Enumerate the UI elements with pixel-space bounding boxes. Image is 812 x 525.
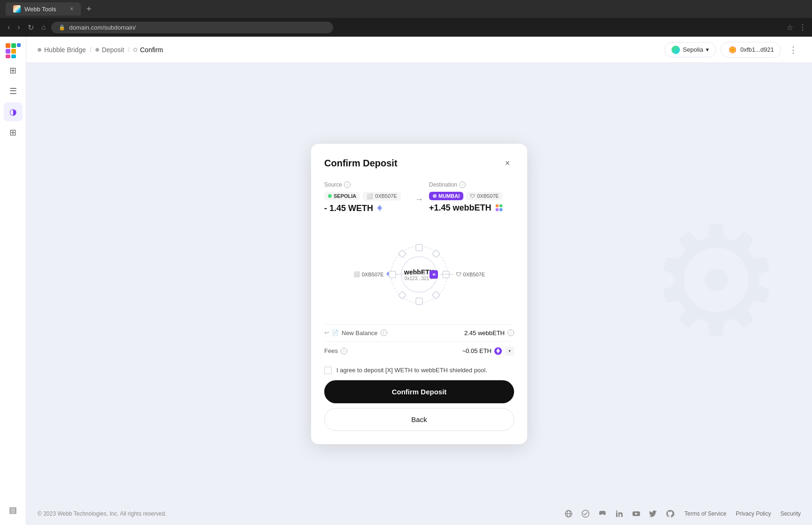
wallet-address: 0xfb1...d921 [740,46,774,53]
new-balance-row: ↩ 📄 New Balance i 2.45 webbETH i [324,324,514,341]
svg-rect-21 [416,244,422,251]
wallet-button[interactable]: 0xfb1...d921 [721,42,781,58]
svg-rect-0 [6,43,10,48]
source-chain-label: SEPOLIA [334,193,356,199]
discord-icon[interactable] [597,509,608,519]
more-options-button[interactable]: ⋮ [786,42,801,57]
network-selector-button[interactable]: Sepolia ▾ [664,42,716,57]
sidebar-item-bridge[interactable]: ◑ [4,102,23,121]
webb-logo [5,42,22,59]
metamask-icon [728,45,737,55]
linkedin-icon[interactable] [614,509,625,519]
svg-rect-15 [496,208,499,211]
svg-rect-13 [496,204,499,207]
sidebar-item-mix[interactable]: ⊞ [4,123,23,142]
svg-rect-5 [6,55,10,58]
new-balance-label-container: ↩ 📄 New Balance i [324,329,387,337]
app-container: ⚙ ⊞ ☰ ◑ ⊞ ▤ [0,37,812,525]
destination-side: Destination i MUMBAI 🛡 0XB507E [429,181,514,213]
new-tab-button[interactable]: + [86,4,92,14]
arrow-icon: → [415,195,423,204]
eth-icon [376,204,383,212]
new-balance-label: New Balance [342,329,378,337]
back-button[interactable]: Back [324,408,514,431]
svg-rect-2 [17,43,21,47]
balance-value-info-icon[interactable]: i [508,329,514,336]
bookmark-icon[interactable]: ☆ [787,23,793,32]
fees-label-container: Fees i [324,347,347,354]
url-text: domain.com/subdomain/ [69,24,136,31]
dest-shield-icon: 🛡 [456,271,461,278]
forward-button[interactable]: › [16,21,22,33]
tab-close-icon[interactable]: × [70,6,73,12]
new-balance-value: 2.45 webbETH i [464,329,514,337]
source-amount: - 1.45 WETH [324,204,409,213]
sidebar-item-grid[interactable]: ⊞ [4,61,23,80]
viz-right-label: 🛡 0XB507E [414,270,485,279]
breadcrumb-label-hubble: Hubble Bridge [44,46,86,54]
footer-right: Terms of Service Privacy Policy Security [563,509,801,519]
source-amount-text: - 1.45 WETH [324,204,373,213]
viz-right-text: 0XB507E [463,272,485,277]
fees-expand-button[interactable]: ▾ [505,346,514,356]
breadcrumb-separator-1: / [90,46,92,54]
webb-eth-icon [494,203,504,212]
svg-rect-28 [398,291,406,299]
browser-chrome: Webb Tools × + [0,0,812,18]
source-info-icon[interactable]: i [344,181,351,188]
modal-header: Confirm Deposit × [324,157,514,170]
agreement-checkbox[interactable] [324,367,332,374]
close-icon: × [505,158,510,168]
breadcrumb-deposit[interactable]: Deposit [95,46,124,54]
dest-amount-text: +1.45 webbETH [429,203,492,213]
telegram-icon[interactable] [580,509,591,519]
svg-rect-27 [432,291,440,299]
sidebar-item-list[interactable]: ☰ [4,82,23,101]
github-icon[interactable] [665,509,675,519]
modal-title: Confirm Deposit [324,158,398,169]
fees-info-icon[interactable]: i [341,348,347,354]
breadcrumb-hubble-bridge[interactable]: Hubble Bridge [38,46,86,54]
breadcrumb-dot-completed [38,48,41,52]
twitter-icon[interactable] [648,509,658,519]
back-button[interactable]: ‹ [6,21,12,33]
more-icon[interactable]: ⋮ [799,23,806,32]
svg-point-9 [732,49,734,51]
transfer-arrow: → [415,181,423,204]
destination-info-icon[interactable]: i [459,181,466,188]
source-contract-chip: ⬜ 0XB507E [363,192,400,201]
balance-arrow-icon: ↩ [324,329,329,336]
svg-rect-25 [432,250,440,258]
privacy-policy-link[interactable]: Privacy Policy [736,510,771,517]
tab-title: Webb Tools [24,6,56,13]
breadcrumb-confirm[interactable]: Confirm [133,46,163,54]
youtube-icon[interactable] [631,509,641,519]
globe-icon[interactable] [563,509,574,519]
fees-value-container: ~0.05 ETH ▾ [462,346,514,356]
grid-icon: ⊞ [9,65,16,76]
home-button[interactable]: ⌂ [39,21,48,33]
browser-tab[interactable]: Webb Tools × [6,2,81,16]
address-bar[interactable]: 🔒 domain.com/subdomain/ [51,22,333,33]
svg-rect-1 [11,43,16,48]
confirm-deposit-button[interactable]: Confirm Deposit [324,380,514,403]
network-chevron-icon: ▾ [706,46,709,53]
sepolia-network-icon [671,46,680,54]
source-chips: SEPOLIA ⬜ 0XB507E [324,192,409,201]
chevron-down-icon: ▾ [508,348,511,353]
security-link[interactable]: Security [781,510,801,517]
agreement-label: I agree to deposit [X] WETH to webbETH s… [336,366,487,375]
network-label: Sepolia [683,46,703,53]
breadcrumb-label-deposit: Deposit [102,46,124,54]
tab-favicon [13,5,21,13]
nav-right: Sepolia ▾ 0xfb1...d921 ⋮ [664,42,801,58]
balance-info-icon[interactable]: i [381,329,387,336]
modal-close-button[interactable]: × [501,157,514,170]
sidebar-item-console[interactable]: ▤ [4,501,23,519]
footer: © 2023 Webb Technologies, Inc. All right… [26,502,812,525]
svg-rect-4 [11,49,16,54]
terms-of-service-link[interactable]: Terms of Service [685,510,726,517]
main-content: Confirm Deposit × Source i SEPOLI [26,63,812,525]
refresh-button[interactable]: ↻ [26,21,36,34]
sidebar-bottom: ▤ [4,501,23,519]
